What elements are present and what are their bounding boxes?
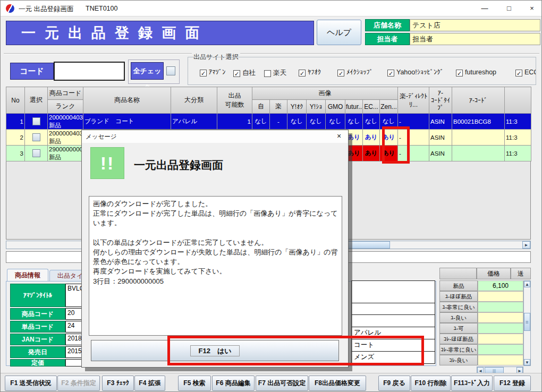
price-header: 価格: [477, 268, 511, 279]
checkbox-icon: ✓: [387, 70, 394, 76]
price-value[interactable]: [478, 312, 523, 323]
fkey-f8-price-change[interactable]: F8出品価格変更: [309, 376, 366, 391]
release-date-label: 発売日: [10, 346, 65, 358]
scroll-down-arrow[interactable]: ▼: [524, 359, 530, 365]
fkey-f5-search[interactable]: F5 検索: [178, 376, 211, 391]
product-code-label: 商品コード: [10, 308, 65, 320]
site-checkbox-makeshop[interactable]: ✓ﾒｲｸｼｮｯﾌﾟ: [337, 69, 373, 77]
price-row-label: ｺﾚ-非常に良い: [439, 344, 478, 355]
fkey-f12-register[interactable]: F12 登録: [494, 376, 531, 391]
annotation-rect-yes-button: [167, 336, 424, 365]
col-header-blank: [505, 87, 531, 114]
site-checkbox-own[interactable]: ✓自社: [233, 69, 256, 77]
all-check-label: 全チェック: [131, 62, 164, 80]
scroll-right-arrow[interactable]: ►: [522, 241, 530, 249]
site-checkbox-yahoo-shopping[interactable]: ✓Yahoo!ｼｮｯﾋﾟﾝｸﾞ: [387, 69, 444, 77]
all-check-checkbox[interactable]: [166, 66, 175, 75]
shop-name-label: 店舗名称: [365, 19, 410, 31]
dialog-title-bar: メッセージ: [82, 130, 348, 143]
fkey-f4-extend[interactable]: F4 拡張: [134, 376, 165, 391]
price-row-label: ｺﾚ-良い: [439, 355, 478, 365]
category-field[interactable]: [351, 315, 435, 327]
col-header-img-yauction: Y!ｵｸ: [287, 100, 307, 114]
description-field[interactable]: [351, 280, 435, 303]
col-header-product-name: 商品名称: [83, 87, 171, 114]
help-button[interactable]: ヘルプ: [317, 20, 361, 45]
col-header-img-rakuten: 楽: [270, 100, 287, 114]
row-checkbox-cell: [25, 146, 48, 161]
price-header-blank: [439, 268, 477, 279]
image-status-error-cell: あり: [363, 146, 380, 161]
price-value[interactable]: [478, 323, 523, 334]
site-select-group: ✓ｱﾏｿﾞﾝ ✓自社 ✓楽天 ✓ﾔﾌｵｸ ✓ﾒｲｸｼｮｯﾌﾟ ✓Yahoo!ｼｮ…: [188, 57, 536, 85]
fkey-f10-delete-row[interactable]: F10 行削除: [411, 376, 451, 391]
close-button[interactable]: ×: [521, 1, 542, 16]
fkey-f9-back[interactable]: F9 戻る: [378, 376, 410, 391]
site-checkbox-eccube[interactable]: ✓ECCU: [515, 69, 536, 77]
minimize-button[interactable]: —: [472, 1, 497, 16]
separator: [4, 53, 539, 54]
checkbox-icon: ✓: [299, 70, 306, 76]
shop-name-field[interactable]: テスト店: [410, 19, 540, 31]
col-header-img-yshopping: Y!ｼｮ: [307, 100, 326, 114]
dialog-message: 画像のダウンロードが完了しました。 正常にダウンロードが完了した単品は、明細行の…: [89, 196, 342, 336]
col-header-rakuten-directory: 楽-ﾃﾞｨﾚｸﾄﾘ...: [398, 87, 429, 114]
col-header-no: No: [6, 87, 25, 114]
col-header-rank: ランク: [48, 100, 83, 114]
price-row-label: ﾕ-ほぼ新品: [439, 291, 478, 302]
site-checkbox-yafuoku[interactable]: ✓ﾔﾌｵｸ: [299, 69, 321, 77]
checkbox-icon: ✓: [233, 70, 240, 77]
scroll-up-arrow[interactable]: ▲: [524, 281, 530, 287]
item-code-label: 単品コード: [10, 321, 65, 333]
annotation-rect-image-column: [382, 126, 410, 164]
dialog-close-icon[interactable]: ×: [334, 132, 344, 141]
fkey-f1-send-receive[interactable]: F1 送受信状況: [5, 376, 57, 391]
price-value-new[interactable]: 6,100: [478, 280, 523, 291]
jan-code-label: JANコード: [10, 334, 65, 345]
price-value[interactable]: [478, 334, 523, 344]
site-checkbox-amazon[interactable]: ✓ｱﾏｿﾞﾝ: [200, 69, 225, 77]
tab-product-info[interactable]: 商品情報: [7, 269, 48, 282]
row-checkbox[interactable]: [32, 133, 40, 141]
fkey-f3-check[interactable]: F3 ﾁｪｯｸ: [102, 376, 134, 391]
price-panel: 価格 送 新品 6,100 ﾕ-ほぼ新品 ﾕ-非常に良い ﾕ-良い ﾕ-可 ｺﾚ…: [439, 266, 531, 376]
price-value[interactable]: [478, 291, 523, 302]
price-value[interactable]: [478, 302, 523, 312]
col-header-a-code: ｱ-ｺｰﾄﾞ: [452, 87, 505, 114]
fkey-f6-edit-product[interactable]: F6 商品編集: [212, 376, 255, 391]
table-row[interactable]: 1 200000040395新品 ブランド コート アパレル 1 なし - なし…: [6, 114, 531, 130]
checkbox-icon: ✓: [337, 70, 344, 76]
exclamation-icon: !!: [90, 147, 124, 179]
col-header-img-ec: EC...: [363, 100, 380, 114]
message-dialog: メッセージ × !! 一元出品登録画面 画像のダウンロードが完了しました。 正常…: [81, 130, 349, 368]
title-bar: 一元 出品登録画面 TNET0100 — □ ×: [1, 1, 541, 16]
shipping-header: 送: [511, 268, 531, 279]
row-checkbox[interactable]: [32, 117, 40, 125]
price-vertical-scrollbar[interactable]: ▲ ≡ ▼: [523, 280, 531, 366]
image-status-cell: あり: [363, 130, 380, 146]
col-header-product-code: 商品コード: [48, 87, 83, 100]
row-checkbox[interactable]: [32, 149, 40, 157]
site-checkbox-rakuten[interactable]: ✓楽天: [264, 69, 286, 77]
checkbox-icon: ✓: [515, 70, 522, 76]
category-field[interactable]: [351, 303, 435, 315]
checkbox-icon: ✓: [264, 70, 271, 77]
code-input[interactable]: [54, 62, 125, 81]
function-key-bar: F1 送受信状況 F2 条件指定 F3 ﾁｪｯｸ F4 拡張 F5 検索 F6 …: [1, 373, 542, 392]
site-checkbox-futureshop[interactable]: ✓futureshop: [456, 69, 496, 77]
maximize-button[interactable]: □: [497, 1, 521, 16]
row-checkbox-cell: [25, 130, 48, 146]
price-row-label: ｺﾚ-ほぼ新品: [439, 334, 478, 344]
price-value[interactable]: [478, 344, 523, 355]
fkey-f11-code-input[interactable]: F11ｺｰﾄﾞ入力: [451, 376, 493, 391]
price-row-label-new: 新品: [439, 280, 478, 291]
app-icon: [5, 3, 15, 14]
col-header-code-type: ｱ- ｺｰﾄﾞﾀｲﾌﾟ: [429, 87, 452, 114]
scrollbar-thumb[interactable]: ≡: [524, 313, 530, 331]
col-header-img-futureshop: futur...: [345, 100, 363, 114]
price-value[interactable]: [478, 355, 523, 365]
fkey-f7-listing-permission[interactable]: F7 出品可否設定: [256, 376, 308, 391]
staff-field[interactable]: 担当者: [410, 33, 540, 45]
staff-label: 担当者: [365, 33, 410, 45]
window-title: 一元 出品登録画面: [19, 5, 73, 14]
